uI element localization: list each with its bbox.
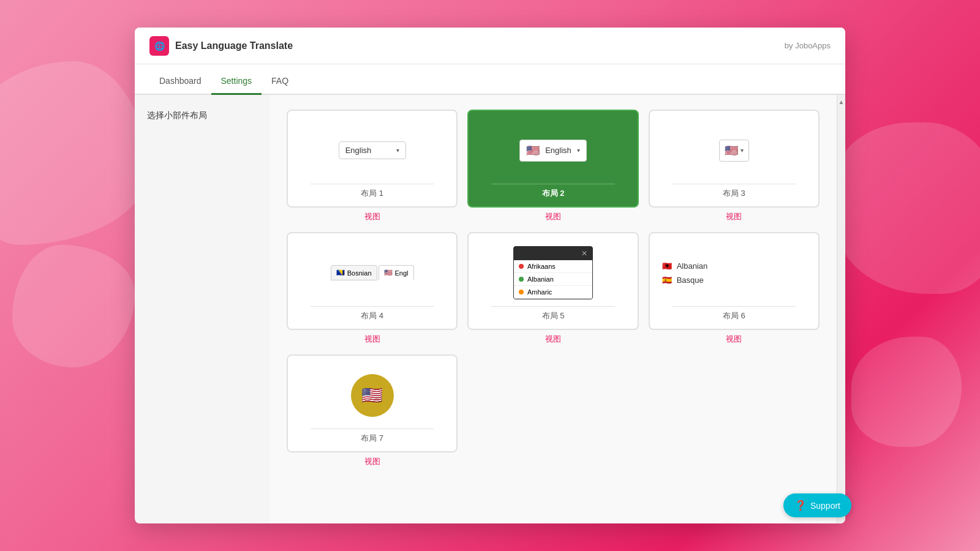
layout-card-5[interactable]: ✕ Afrikaans Albanian (467, 232, 638, 330)
layout-2-label: 布局 2 (542, 188, 565, 199)
app-window: 🌐 Easy Language Translate by JoboApps Da… (135, 28, 845, 523)
logo-icon: 🌐 (154, 41, 165, 51)
us-flag-icon-4: 🇺🇸 (384, 269, 393, 277)
widget-grid: English ▾ 布局 1 视图 🇺🇸 (284, 105, 822, 472)
chevron-down-icon-2: ▾ (577, 147, 580, 154)
chevron-down-icon-3: ▾ (741, 147, 744, 154)
divider-5 (491, 306, 614, 307)
tab-dashboard[interactable]: Dashboard (149, 69, 211, 95)
layout-2-flag-dropdown[interactable]: 🇺🇸 English ▾ (519, 140, 587, 162)
albania-flag-icon: 🇦🇱 (662, 261, 672, 271)
layout-1-view[interactable]: 视图 (364, 211, 380, 222)
header-by: by JoboApps (785, 41, 831, 50)
dot-icon (519, 264, 524, 269)
list-item-basque[interactable]: 🇪🇸 Basque (662, 276, 806, 285)
scrollbar[interactable]: ▲ (837, 95, 845, 523)
layout-2-text: English (545, 146, 571, 155)
layout-card-3[interactable]: 🇺🇸 ▾ 布局 3 (649, 110, 820, 208)
nav: Dashboard Settings FAQ (135, 64, 845, 95)
us-flag-icon: 🇺🇸 (526, 144, 540, 157)
layout-4-tabs: 🇧🇦 Bosnian 🇺🇸 Engl (331, 265, 414, 280)
layout-6-wrapper: 🇦🇱 Albanian 🇪🇸 Basque 布局 6 (649, 232, 820, 345)
dot-icon-2 (519, 277, 524, 282)
header-left: 🌐 Easy Language Translate (149, 36, 293, 56)
chevron-down-icon: ▾ (396, 147, 399, 154)
main-area[interactable]: English ▾ 布局 1 视图 🇺🇸 (270, 95, 837, 523)
support-button[interactable]: ❓ Support (783, 493, 851, 517)
decorative-blob (851, 337, 962, 447)
layout-2-wrapper: 🇺🇸 English ▾ 布局 2 视图 (467, 110, 638, 222)
layout-1-label: 布局 1 (361, 188, 383, 199)
tab-faq[interactable]: FAQ (262, 69, 298, 95)
layout-4-label: 布局 4 (361, 310, 383, 321)
layout-5-popup: ✕ Afrikaans Albanian (513, 246, 593, 299)
popup-item-3[interactable]: Amharic (514, 286, 592, 299)
divider-4 (311, 306, 434, 307)
layout-6-content: 🇦🇱 Albanian 🇪🇸 Basque (657, 243, 811, 302)
tab-settings[interactable]: Settings (211, 69, 262, 95)
popup-header: ✕ (514, 247, 592, 260)
spain-flag-icon: 🇪🇸 (662, 276, 672, 285)
layout-1-wrapper: English ▾ 布局 1 视图 (287, 110, 458, 222)
tab-bosnian-label: Bosnian (347, 269, 372, 277)
popup-item-2[interactable]: Albanian (514, 273, 592, 286)
layout-4-content: 🇧🇦 Bosnian 🇺🇸 Engl (295, 243, 449, 302)
list-item-basque-label: Basque (677, 276, 704, 285)
us-flag-icon-3: 🇺🇸 (725, 144, 738, 157)
popup-item-1[interactable]: Afrikaans (514, 260, 592, 273)
layout-card-2[interactable]: 🇺🇸 English ▾ 布局 2 (467, 110, 638, 208)
decorative-blob (0, 61, 147, 245)
bosnian-flag-icon: 🇧🇦 (336, 269, 345, 277)
layout-1-content: English ▾ (295, 121, 449, 180)
support-label: Support (810, 501, 840, 511)
layout-3-wrapper: 🇺🇸 ▾ 布局 3 视图 (649, 110, 820, 222)
widget-layout-label: 选择小部件布局 (147, 110, 207, 120)
layout-1-dropdown[interactable]: English ▾ (339, 141, 406, 159)
layout-6-list: 🇦🇱 Albanian 🇪🇸 Basque (657, 261, 811, 285)
app-logo: 🌐 (149, 36, 169, 56)
layout-3-view[interactable]: 视图 (726, 211, 742, 222)
layout-card-1[interactable]: English ▾ 布局 1 (287, 110, 458, 208)
layout-5-content: ✕ Afrikaans Albanian (476, 243, 630, 302)
layout-3-flag-only[interactable]: 🇺🇸 ▾ (719, 140, 749, 162)
list-item-albanian-label: Albanian (677, 261, 708, 271)
layout-4-view[interactable]: 视图 (364, 334, 380, 345)
tab-english-label: Engl (395, 269, 409, 277)
layout-7-circle[interactable]: 🇺🇸 (351, 374, 394, 417)
layout-card-6[interactable]: 🇦🇱 Albanian 🇪🇸 Basque 布局 6 (649, 232, 820, 330)
layout-1-text: English (345, 146, 372, 155)
app-title: Easy Language Translate (175, 40, 293, 51)
layout-card-7[interactable]: 🇺🇸 布局 7 (287, 354, 458, 452)
layout-3-label: 布局 3 (723, 188, 745, 199)
layout-2-content: 🇺🇸 English ▾ (476, 121, 630, 180)
divider-6 (673, 306, 796, 307)
layout-4-wrapper: 🇧🇦 Bosnian 🇺🇸 Engl 布局 4 (287, 232, 458, 345)
content-area: 选择小部件布局 English ▾ 布局 1 (135, 95, 845, 523)
popup-item-3-label: Amharic (527, 288, 552, 296)
divider-2 (491, 184, 614, 184)
scroll-up-arrow[interactable]: ▲ (836, 96, 845, 108)
dot-icon-3 (519, 290, 524, 294)
decorative-blob (833, 122, 980, 294)
decorative-blob (12, 245, 135, 367)
divider (311, 184, 434, 184)
layout-7-label: 布局 7 (361, 433, 383, 444)
layout-6-label: 布局 6 (723, 310, 745, 321)
layout-6-view[interactable]: 视图 (726, 334, 742, 345)
popup-item-1-label: Afrikaans (527, 263, 556, 270)
tab-english[interactable]: 🇺🇸 Engl (379, 265, 414, 280)
list-item-albanian[interactable]: 🇦🇱 Albanian (662, 261, 806, 271)
layout-7-view[interactable]: 视图 (364, 456, 380, 467)
layout-card-4[interactable]: 🇧🇦 Bosnian 🇺🇸 Engl 布局 4 (287, 232, 458, 330)
layout-5-wrapper: ✕ Afrikaans Albanian (467, 232, 638, 345)
layout-5-view[interactable]: 视图 (545, 334, 561, 345)
popup-item-2-label: Albanian (527, 276, 554, 283)
sidebar: 选择小部件布局 (135, 95, 270, 523)
divider-3 (673, 184, 796, 184)
layout-7-wrapper: 🇺🇸 布局 7 视图 (287, 354, 458, 467)
tab-bosnian[interactable]: 🇧🇦 Bosnian (331, 265, 377, 280)
close-icon: ✕ (581, 249, 587, 258)
layout-7-content: 🇺🇸 (295, 365, 449, 425)
divider-7 (311, 429, 434, 429)
layout-2-view[interactable]: 视图 (545, 211, 561, 222)
